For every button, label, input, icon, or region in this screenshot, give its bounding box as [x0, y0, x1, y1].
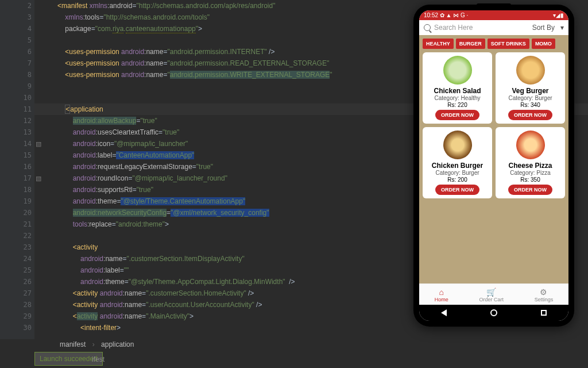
line-number[interactable]: 7: [14, 57, 32, 69]
product-image: [516, 56, 545, 85]
line-number[interactable]: 3: [14, 12, 32, 23]
code-line[interactable]: [57, 92, 332, 103]
nav-icon: ⚙: [535, 288, 554, 297]
status-left: 10:52 ✿ ▲ ⋈ G ·: [424, 12, 468, 18]
bottom-nav: ⌂Home🛒Order Cart⚙Settings: [419, 283, 568, 305]
code-line[interactable]: <application: [57, 103, 332, 115]
sort-dropdown[interactable]: Sort By▾: [532, 24, 564, 32]
product-name: Cheese Pizza: [498, 162, 563, 170]
code-line[interactable]: <activity android:name=".customerSection…: [57, 288, 332, 299]
product-area[interactable]: HEALTHYBURGERSOFT DRINKSMOMO Chicken Sal…: [419, 35, 568, 283]
line-number[interactable]: 21: [14, 218, 32, 230]
code-line[interactable]: [57, 80, 332, 92]
code-line[interactable]: android:theme="@style/Theme.CanteenAutom…: [57, 195, 332, 207]
line-number[interactable]: 16: [14, 161, 32, 172]
code-line[interactable]: android:theme="@style/Theme.AppCompat.Li…: [57, 276, 332, 288]
product-category: Category: Healthy: [425, 95, 490, 101]
breadcrumb-item[interactable]: application: [99, 340, 136, 348]
line-number[interactable]: 27: [14, 288, 32, 299]
line-number[interactable]: 22: [14, 230, 32, 241]
breadcrumb-item[interactable]: manifest: [57, 340, 88, 348]
line-number[interactable]: 10: [14, 92, 32, 103]
line-number[interactable]: 23: [14, 241, 32, 253]
product-card[interactable]: Veg Burger Category: Burger Rs: 340 ORDE…: [496, 52, 565, 124]
line-number[interactable]: 11: [14, 103, 32, 115]
code-line[interactable]: android:name=".customerSection.ItemDispl…: [57, 253, 332, 264]
device-frame: 10:52 ✿ ▲ ⋈ G · ▾◢▮ Search Here Sort By▾…: [413, 5, 574, 327]
code-line[interactable]: android:networkSecurityConfig="@xml/netw…: [57, 207, 332, 218]
line-number[interactable]: 2: [14, 0, 32, 12]
code-line[interactable]: android:label="CanteenAutomationApp": [57, 150, 332, 161]
breadcrumb[interactable]: manifest › application: [57, 340, 136, 348]
back-icon[interactable]: [441, 309, 447, 316]
line-number[interactable]: 17: [14, 172, 32, 184]
code-line[interactable]: [57, 34, 332, 46]
gutter-image-icon[interactable]: ▧: [36, 140, 44, 148]
phone-screen: 10:52 ✿ ▲ ⋈ G · ▾◢▮ Search Here Sort By▾…: [419, 10, 568, 321]
category-chip[interactable]: MOMO: [532, 39, 555, 49]
line-number[interactable]: 30: [14, 322, 32, 334]
category-chip[interactable]: BURGER: [456, 39, 485, 49]
code-line[interactable]: android:label="": [57, 264, 332, 276]
code-line[interactable]: android:requestLegacyExternalStorage="tr…: [57, 161, 332, 172]
code-line[interactable]: <uses-permission android:name="android.p…: [57, 57, 332, 69]
line-number[interactable]: 14: [14, 138, 32, 150]
code-line[interactable]: <intent-filter>: [57, 322, 332, 334]
code-line[interactable]: <uses-permission android:name="android.p…: [57, 46, 332, 57]
system-nav: [419, 305, 568, 321]
product-image: [443, 56, 472, 85]
code-line[interactable]: <activity: [57, 241, 332, 253]
line-number[interactable]: 19: [14, 195, 32, 207]
code-line[interactable]: <manifest xmlns:android="http://schemas.…: [57, 0, 332, 12]
code-line[interactable]: android:allowBackup="true": [57, 115, 332, 126]
order-button[interactable]: ORDER NOW: [508, 110, 552, 120]
code-line[interactable]: <uses-permission android:name="android.p…: [57, 69, 332, 80]
nav-settings[interactable]: ⚙Settings: [535, 288, 554, 302]
code-area[interactable]: <manifest xmlns:android="http://schemas.…: [57, 0, 332, 334]
product-card[interactable]: Cheese Pizza Category: Pizza Rs: 350 ORD…: [496, 127, 565, 198]
line-number[interactable]: 29: [14, 310, 32, 322]
line-number[interactable]: 24: [14, 253, 32, 264]
category-chip[interactable]: SOFT DRINKS: [488, 39, 529, 49]
line-number[interactable]: 12: [14, 115, 32, 126]
line-number[interactable]: 26: [14, 276, 32, 288]
order-button[interactable]: ORDER NOW: [435, 185, 479, 195]
order-button[interactable]: ORDER NOW: [508, 185, 552, 195]
line-number[interactable]: 28: [14, 299, 32, 310]
line-number[interactable]: 13: [14, 126, 32, 138]
product-name: Chicken Salad: [425, 87, 490, 95]
line-number[interactable]: 20: [14, 207, 32, 218]
launch-overlay-text: ifest: [92, 355, 105, 363]
line-number[interactable]: 9: [14, 80, 32, 92]
line-number[interactable]: 18: [14, 184, 32, 195]
code-line[interactable]: android:roundIcon="@mipmap/ic_launcher_r…: [57, 172, 332, 184]
search-input[interactable]: Search Here: [424, 24, 529, 32]
code-line[interactable]: android:usesCleartextTraffic="true": [57, 126, 332, 138]
home-icon[interactable]: [490, 309, 497, 316]
category-chip[interactable]: HEALTHY: [423, 39, 454, 49]
gutter[interactable]: 2345678910111213141516171819202122232425…: [0, 0, 34, 339]
nav-icon: 🛒: [479, 288, 504, 297]
code-line[interactable]: xmlns:tools="http://schemas.android.com/…: [57, 12, 332, 23]
product-card[interactable]: Chicken Salad Category: Healthy Rs: 220 …: [423, 52, 492, 124]
line-number[interactable]: 4: [14, 23, 32, 34]
code-line[interactable]: android:icon="@mipmap/ic_launcher": [57, 138, 332, 150]
status-right: ▾◢▮: [553, 12, 564, 18]
line-number[interactable]: 15: [14, 150, 32, 161]
code-line[interactable]: package="com.riya.canteenautomationapp">: [57, 23, 332, 34]
code-line[interactable]: android:supportsRtl="true": [57, 184, 332, 195]
line-number[interactable]: 5: [14, 34, 32, 46]
line-number[interactable]: 6: [14, 46, 32, 57]
order-button[interactable]: ORDER NOW: [435, 110, 479, 120]
gutter-image-icon[interactable]: ▧: [36, 175, 44, 182]
code-line[interactable]: tools:replace="android:theme">: [57, 218, 332, 230]
line-number[interactable]: 25: [14, 264, 32, 276]
nav-order-cart[interactable]: 🛒Order Cart: [479, 288, 504, 302]
line-number[interactable]: 8: [14, 69, 32, 80]
code-line[interactable]: <activity android:name=".userAccount.Use…: [57, 299, 332, 310]
code-line[interactable]: [57, 230, 332, 241]
code-line[interactable]: <activity android:name=".MainActivity">: [57, 310, 332, 322]
product-card[interactable]: Chicken Burger Category: Burger Rs: 200 …: [423, 127, 492, 198]
nav-home[interactable]: ⌂Home: [435, 288, 448, 302]
recents-icon[interactable]: [541, 310, 547, 316]
